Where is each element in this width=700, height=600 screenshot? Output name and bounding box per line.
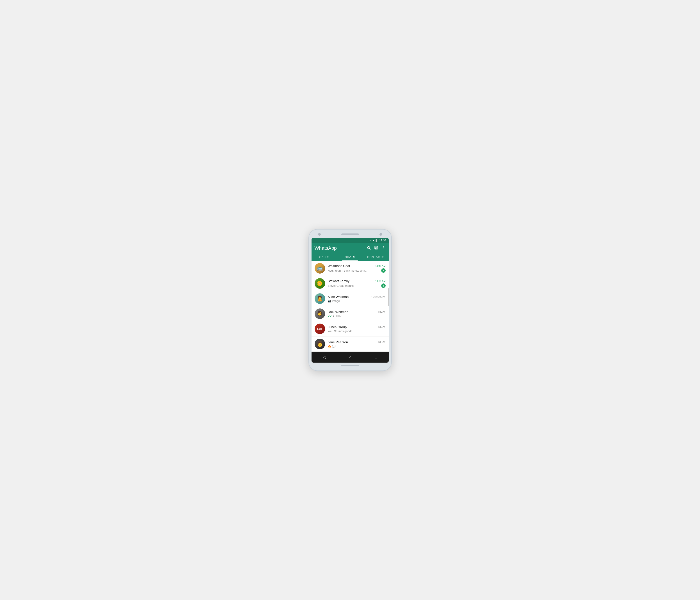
chat-item-jane[interactable]: 👩 Jane Pearson FRIDAY 🔥 💬 bbox=[311, 336, 389, 352]
front-camera-2 bbox=[379, 233, 382, 236]
chat-bottom-lunch: You: Sounds good! bbox=[328, 329, 385, 333]
avatar-alice: 🙎 bbox=[315, 293, 325, 304]
chat-bottom-jack: ✔✔ 🎙 0:07 bbox=[328, 315, 385, 318]
nav-bar: ◁ ○ □ bbox=[311, 352, 389, 362]
chat-item-alice[interactable]: 🙎 Alice Whitman YESTERDAY 📷 Image bbox=[311, 291, 389, 306]
chat-name-alice: Alice Whitman bbox=[328, 295, 349, 299]
phone-screen: ▾ ▲ ▌ 11:50 WhatsApp bbox=[311, 238, 389, 362]
front-camera bbox=[318, 233, 321, 236]
home-bar bbox=[341, 365, 359, 366]
avatar-lunch: EAT bbox=[315, 324, 325, 334]
avatar-jane: 👩 bbox=[315, 339, 325, 349]
status-bar: ▾ ▲ ▌ 11:50 bbox=[311, 238, 389, 243]
phone-speaker bbox=[341, 233, 359, 235]
app-header: WhatsApp bbox=[311, 243, 389, 253]
edit-icon[interactable] bbox=[374, 246, 378, 251]
recents-button[interactable]: □ bbox=[375, 355, 377, 359]
chat-time-lunch: FRIDAY bbox=[377, 326, 385, 328]
phone-top-bar bbox=[311, 233, 389, 238]
unread-badge-whitmans: 3 bbox=[381, 268, 385, 273]
battery-icon: ▌ bbox=[376, 239, 377, 242]
scroll-indicator bbox=[388, 288, 389, 306]
chat-preview-whitmans: Ned: Yeah, I think I know wha... bbox=[328, 269, 379, 272]
avatar-stewart: 🌼 bbox=[315, 278, 325, 289]
tab-bar: CALLS CHATS CONTACTS bbox=[311, 253, 389, 261]
search-icon[interactable] bbox=[367, 246, 371, 251]
avatar-whitmans: 🚌 bbox=[315, 263, 325, 274]
chat-name-jack: Jack Whitman bbox=[328, 310, 348, 314]
svg-point-7 bbox=[383, 247, 384, 248]
chat-top-jane: Jane Pearson FRIDAY bbox=[328, 340, 385, 344]
svg-point-6 bbox=[383, 246, 384, 247]
svg-point-8 bbox=[383, 249, 384, 249]
app-title: WhatsApp bbox=[315, 245, 337, 251]
chat-preview-jack: ✔✔ 🎙 0:07 bbox=[328, 315, 385, 318]
chat-name-stewart: Stewart Family bbox=[328, 279, 349, 283]
tab-contacts[interactable]: CONTACTS bbox=[363, 253, 389, 261]
tab-calls[interactable]: CALLS bbox=[311, 253, 337, 261]
chat-time-stewart: 11:39 AM bbox=[375, 280, 385, 282]
chat-bottom-alice: 📷 Image bbox=[328, 299, 385, 302]
unread-badge-stewart: 1 bbox=[381, 283, 385, 288]
status-time: 11:50 bbox=[379, 239, 386, 242]
home-button[interactable]: ○ bbox=[349, 355, 352, 359]
header-actions bbox=[367, 246, 385, 251]
back-button[interactable]: ◁ bbox=[323, 355, 326, 359]
chat-preview-stewart: Steve: Great, thanks! bbox=[328, 284, 379, 288]
wifi-icon: ▾ bbox=[370, 239, 372, 242]
chat-time-alice: YESTERDAY bbox=[371, 295, 385, 298]
signal-icon: ▲ bbox=[373, 239, 375, 242]
chat-content-lunch: Lunch Group FRIDAY You: Sounds good! bbox=[328, 325, 385, 333]
chat-top-jack: Jack Whitman FRIDAY bbox=[328, 310, 385, 314]
chat-name-lunch: Lunch Group bbox=[328, 325, 347, 329]
chat-bottom-jane: 🔥 💬 bbox=[328, 345, 385, 348]
phone-bottom-bar bbox=[311, 362, 389, 367]
chat-time-jane: FRIDAY bbox=[377, 341, 385, 343]
chat-time-whitmans: 11:45 AM bbox=[375, 265, 385, 267]
chat-bottom-stewart: Steve: Great, thanks! 1 bbox=[328, 283, 385, 288]
chat-content-stewart: Stewart Family 11:39 AM Steve: Great, th… bbox=[328, 279, 385, 288]
chat-top-lunch: Lunch Group FRIDAY bbox=[328, 325, 385, 329]
avatar-jack: 🧔 bbox=[315, 308, 325, 319]
double-check-icon: ✔✔ bbox=[328, 315, 332, 318]
status-icons: ▾ ▲ ▌ bbox=[370, 239, 377, 242]
chat-name-jane: Jane Pearson bbox=[328, 340, 348, 344]
chat-content-jack: Jack Whitman FRIDAY ✔✔ 🎙 0:07 bbox=[328, 310, 385, 318]
chat-top-whitmans: Whitmans Chat 11:45 AM bbox=[328, 264, 385, 268]
chat-item-stewart[interactable]: 🌼 Stewart Family 11:39 AM Steve: Great, … bbox=[311, 276, 389, 291]
chat-name-whitmans: Whitmans Chat bbox=[328, 264, 350, 268]
chat-preview-alice: 📷 Image bbox=[328, 299, 385, 302]
chat-preview-lunch: You: Sounds good! bbox=[328, 329, 385, 333]
chat-bottom-whitmans: Ned: Yeah, I think I know wha... 3 bbox=[328, 268, 385, 273]
chat-item-lunch[interactable]: EAT Lunch Group FRIDAY You: Sounds good! bbox=[311, 321, 389, 336]
mic-icon: 🎙 bbox=[332, 315, 335, 318]
tab-chats[interactable]: CHATS bbox=[337, 253, 363, 261]
chat-top-alice: Alice Whitman YESTERDAY bbox=[328, 295, 385, 299]
phone-device: ▾ ▲ ▌ 11:50 WhatsApp bbox=[308, 229, 392, 371]
chat-time-jack: FRIDAY bbox=[377, 310, 385, 313]
chat-content-alice: Alice Whitman YESTERDAY 📷 Image bbox=[328, 295, 385, 302]
camera-icon: 📷 bbox=[328, 299, 331, 302]
chat-content-jane: Jane Pearson FRIDAY 🔥 💬 bbox=[328, 340, 385, 348]
chat-top-stewart: Stewart Family 11:39 AM bbox=[328, 279, 385, 283]
chat-list: 🚌 Whitmans Chat 11:45 AM Ned: Yeah, I th… bbox=[311, 261, 389, 352]
svg-line-1 bbox=[369, 248, 370, 249]
chat-item-whitmans[interactable]: 🚌 Whitmans Chat 11:45 AM Ned: Yeah, I th… bbox=[311, 261, 389, 276]
chat-item-jack[interactable]: 🧔 Jack Whitman FRIDAY ✔✔ 🎙 0:07 bbox=[311, 306, 389, 321]
more-options-icon[interactable] bbox=[382, 246, 385, 251]
chat-preview-jane: 🔥 💬 bbox=[328, 345, 385, 348]
chat-content-whitmans: Whitmans Chat 11:45 AM Ned: Yeah, I thin… bbox=[328, 264, 385, 273]
